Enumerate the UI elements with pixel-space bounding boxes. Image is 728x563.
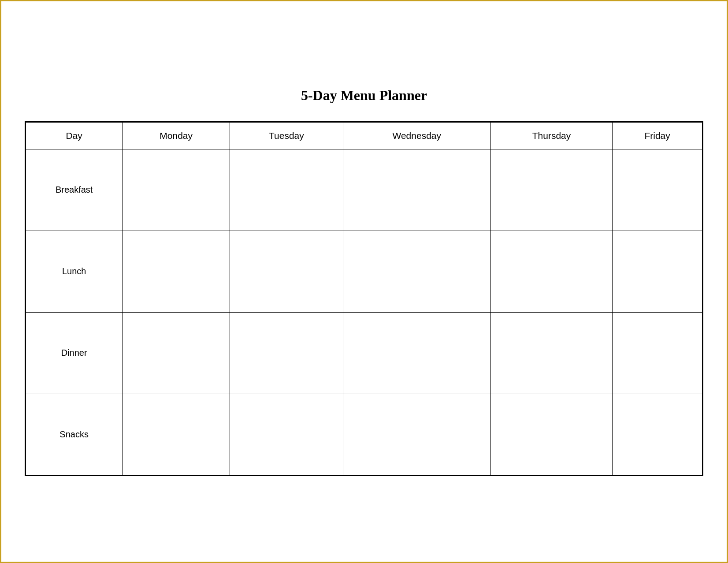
table-row: Snacks bbox=[26, 394, 703, 475]
cell-lunch-wednesday[interactable] bbox=[343, 231, 490, 312]
cell-breakfast-wednesday[interactable] bbox=[343, 149, 490, 231]
cell-dinner-tuesday[interactable] bbox=[230, 312, 343, 394]
row-label-lunch: Lunch bbox=[26, 231, 123, 312]
cell-lunch-thursday[interactable] bbox=[490, 231, 612, 312]
page-container: 5-Day Menu Planner Day Monday Tuesday We… bbox=[16, 74, 712, 489]
cell-dinner-thursday[interactable] bbox=[490, 312, 612, 394]
cell-breakfast-monday[interactable] bbox=[123, 149, 230, 231]
cell-dinner-monday[interactable] bbox=[123, 312, 230, 394]
planner-table: Day Monday Tuesday Wednesday Thursday Fr… bbox=[25, 121, 703, 476]
cell-breakfast-thursday[interactable] bbox=[490, 149, 612, 231]
cell-dinner-friday[interactable] bbox=[613, 312, 703, 394]
cell-snacks-tuesday[interactable] bbox=[230, 394, 343, 475]
cell-snacks-thursday[interactable] bbox=[490, 394, 612, 475]
row-label-dinner: Dinner bbox=[26, 312, 123, 394]
header-row: Day Monday Tuesday Wednesday Thursday Fr… bbox=[26, 122, 703, 149]
cell-lunch-tuesday[interactable] bbox=[230, 231, 343, 312]
col-header-monday: Monday bbox=[123, 122, 230, 149]
cell-dinner-wednesday[interactable] bbox=[343, 312, 490, 394]
table-row: Dinner bbox=[26, 312, 703, 394]
cell-breakfast-friday[interactable] bbox=[613, 149, 703, 231]
row-label-breakfast: Breakfast bbox=[26, 149, 123, 231]
cell-lunch-monday[interactable] bbox=[123, 231, 230, 312]
row-label-snacks: Snacks bbox=[26, 394, 123, 475]
col-header-thursday: Thursday bbox=[490, 122, 612, 149]
col-header-tuesday: Tuesday bbox=[230, 122, 343, 149]
cell-lunch-friday[interactable] bbox=[613, 231, 703, 312]
col-header-day: Day bbox=[26, 122, 123, 149]
col-header-wednesday: Wednesday bbox=[343, 122, 490, 149]
cell-snacks-monday[interactable] bbox=[123, 394, 230, 475]
table-row: Lunch bbox=[26, 231, 703, 312]
table-row: Breakfast bbox=[26, 149, 703, 231]
cell-breakfast-tuesday[interactable] bbox=[230, 149, 343, 231]
cell-snacks-friday[interactable] bbox=[613, 394, 703, 475]
cell-snacks-wednesday[interactable] bbox=[343, 394, 490, 475]
page-title: 5-Day Menu Planner bbox=[25, 87, 703, 104]
col-header-friday: Friday bbox=[613, 122, 703, 149]
